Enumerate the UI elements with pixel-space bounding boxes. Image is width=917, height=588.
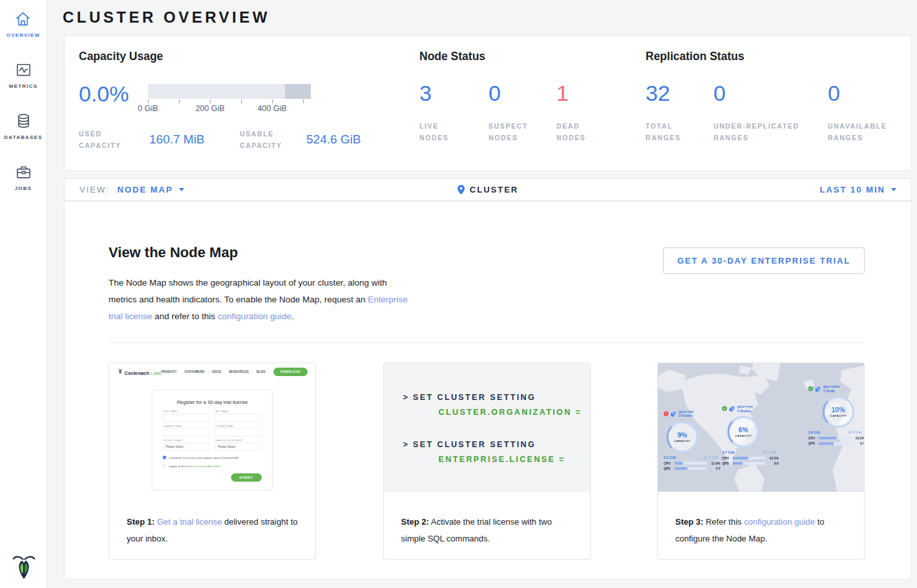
suspect-nodes-stat: 0 SUSPECTNODES xyxy=(489,82,556,144)
status-ok-icon: ✓ xyxy=(808,386,813,391)
status-alert-icon: ! xyxy=(664,412,668,416)
node-boxes-icon xyxy=(670,410,677,417)
step1-card: Cockroach LABS PRODUCTCUSTOMERSDOCSRESOU… xyxy=(109,362,316,560)
capacity-gauge: 10% CAPACITY xyxy=(822,395,854,428)
database-icon xyxy=(15,112,32,129)
sidebar-item-label: OVERVIEW xyxy=(6,32,41,38)
configuration-guide-link[interactable]: configuration guide xyxy=(744,517,815,527)
capacity-bar-available-segment xyxy=(148,84,285,99)
sidebar: OVERVIEW METRICS DATABASES xyxy=(0,0,47,588)
capacity-usage-title: Capacity Usage xyxy=(79,50,419,63)
dead-nodes-label: DEADNODES xyxy=(556,121,585,144)
mini-cockroach-logo: Cockroach LABS xyxy=(118,368,161,375)
capacity-bar-other-segment xyxy=(285,84,311,99)
capacity-gauge: 9% CAPACITY xyxy=(666,421,699,453)
sql-setting-line: ENTERPRISE.LICENSE = xyxy=(439,455,590,464)
under-replicated-ranges-stat: 0 UNDER-REPLICATEDRANGES xyxy=(713,82,828,144)
sidebar-item-overview[interactable]: OVERVIEW xyxy=(6,10,41,38)
sql-setting-line: CLUSTER.ORGANIZATION = xyxy=(439,408,590,417)
unavailable-ranges-stat: 0 UNAVAILABLERANGES xyxy=(828,82,887,144)
mini-submit-button: SUBMIT xyxy=(231,474,262,482)
unavailable-ranges-label: UNAVAILABLERANGES xyxy=(828,121,887,144)
replication-status-section: Replication Status 32 TOTALRANGES 0 UNDE… xyxy=(646,36,911,171)
capacity-bar xyxy=(148,84,311,99)
capacity-axis-ticks xyxy=(148,99,303,103)
under-replicated-ranges-value: 0 xyxy=(713,82,828,104)
capacity-used-percent: 0.0% xyxy=(79,83,148,105)
unavailable-ranges-value: 0 xyxy=(828,82,887,104)
view-label: VIEW: xyxy=(79,185,110,194)
replication-status-title: Replication Status xyxy=(646,50,911,63)
sidebar-item-jobs[interactable]: JOBS xyxy=(15,163,32,191)
metrics-icon xyxy=(15,61,32,78)
suspect-nodes-label: SUSPECTNODES xyxy=(489,121,556,144)
chevron-down-icon xyxy=(891,188,896,191)
get-enterprise-trial-button[interactable]: GET A 30-DAY ENTERPRISE TRIAL xyxy=(663,247,865,274)
tick-label: 0 GiB xyxy=(138,104,158,113)
node-status-title: Node Status xyxy=(419,50,646,63)
chevron-down-icon xyxy=(179,188,184,191)
time-range-dropdown[interactable]: LAST 10 MIN xyxy=(820,185,896,194)
step1-screenshot: Cockroach LABS PRODUCTCUSTOMERSDOCSRESOU… xyxy=(109,363,315,492)
cockroachdb-logo xyxy=(0,553,47,582)
dead-nodes-value: 1 xyxy=(556,82,585,104)
cluster-summary-panel: Capacity Usage 0.0% 0 GiB 200 GiB 400 Gi… xyxy=(64,36,912,171)
tick-label: 200 GiB xyxy=(195,104,224,113)
node-map-panel: View the Node Map The Node Map shows the… xyxy=(64,201,912,580)
home-icon xyxy=(14,10,32,27)
node-map-preview: ! geo=sfo2 Nodes 9% CAPACITY 3.2 GiB33.1… xyxy=(658,363,864,492)
usable-capacity-label: USABLECAPACITY xyxy=(240,129,306,152)
mini-download-button: DOWNLOAD xyxy=(273,368,308,376)
step3-caption: Step 3: Refer this configuration guide t… xyxy=(658,492,864,547)
node-map-heading: View the Node Map xyxy=(109,244,238,261)
under-replicated-ranges-label: UNDER-REPLICATEDRANGES xyxy=(713,121,828,144)
node-map-description: The Node Map shows the geographical layo… xyxy=(109,275,409,325)
divider xyxy=(109,342,865,343)
node-boxes-icon xyxy=(729,405,735,412)
sql-prompt-line: > SET CLUSTER SETTING xyxy=(403,440,590,449)
briefcase-icon xyxy=(15,163,32,180)
map-pin-icon xyxy=(458,185,465,194)
tick-label: 400 GiB xyxy=(257,104,286,113)
total-ranges-stat: 32 TOTALRANGES xyxy=(646,82,713,144)
node-status-section: Node Status 3 LIVENODES 0 SUSPECTNODES 1… xyxy=(419,36,646,171)
sidebar-item-label: DATABASES xyxy=(4,134,42,140)
total-ranges-value: 32 xyxy=(646,82,713,104)
capacity-usage-section: Capacity Usage 0.0% 0 GiB 200 GiB 400 Gi… xyxy=(79,36,419,171)
step2-card: > SET CLUSTER SETTING CLUSTER.ORGANIZATI… xyxy=(383,362,591,560)
node-boxes-icon xyxy=(815,386,821,392)
live-nodes-value: 3 xyxy=(419,82,489,104)
sql-prompt-line: > SET CLUSTER SETTING xyxy=(403,393,590,402)
map-node-ams: ✓ geo=ams1 Node 10% CAPACITY 3.6 GiB36.6… xyxy=(808,384,864,445)
sidebar-item-databases[interactable]: DATABASES xyxy=(4,112,42,140)
capacity-bar-chart: 0 GiB 200 GiB 400 GiB xyxy=(148,83,316,112)
steps-row: Cockroach LABS PRODUCTCUSTOMERSDOCSRESOU… xyxy=(109,362,865,560)
sidebar-item-metrics[interactable]: METRICS xyxy=(9,61,37,89)
mini-form-title: Register for a 30-day trial license xyxy=(163,399,262,405)
get-trial-license-link[interactable]: Get a trial license xyxy=(157,517,222,527)
mini-checkbox-unchecked xyxy=(163,465,166,468)
breadcrumb-cluster: CLUSTER xyxy=(65,185,911,194)
used-capacity-value: 160.7 MiB xyxy=(149,132,240,147)
status-ok-icon: ✓ xyxy=(722,406,726,411)
sql-snippet: > SET CLUSTER SETTING CLUSTER.ORGANIZATI… xyxy=(384,363,590,492)
live-nodes-stat: 3 LIVENODES xyxy=(419,82,489,144)
step2-caption: Step 2: Activate the trial license with … xyxy=(384,492,590,547)
step3-card: ! geo=sfo2 Nodes 9% CAPACITY 3.2 GiB33.1… xyxy=(657,362,865,560)
usable-capacity-value: 524.6 GiB xyxy=(306,132,361,147)
step1-caption: Step 1: Get a trial license delivered st… xyxy=(109,492,315,547)
capacity-gauge: 6% CAPACITY xyxy=(727,415,759,448)
mini-trial-form: Register for a 30-day trial license FIRS… xyxy=(153,390,273,490)
configuration-guide-link[interactable]: configuration guide xyxy=(218,311,291,321)
view-bar: VIEW: NODE MAP CLUSTER LAST 10 MIN xyxy=(64,178,912,201)
suspect-nodes-value: 0 xyxy=(489,82,556,104)
mini-site-nav: PRODUCTCUSTOMERSDOCSRESOURCESBLOG xyxy=(161,370,266,373)
view-selector-dropdown[interactable]: NODE MAP xyxy=(118,185,184,194)
dead-nodes-stat: 1 DEADNODES xyxy=(556,82,585,144)
total-ranges-label: TOTALRANGES xyxy=(646,121,713,144)
used-capacity-label: USEDCAPACITY xyxy=(79,129,149,152)
page-title: CLUSTER OVERVIEW xyxy=(63,8,270,26)
sidebar-item-label: JOBS xyxy=(15,185,32,191)
mini-checkbox-checked: ✓ xyxy=(163,456,166,459)
live-nodes-label: LIVENODES xyxy=(419,121,489,144)
